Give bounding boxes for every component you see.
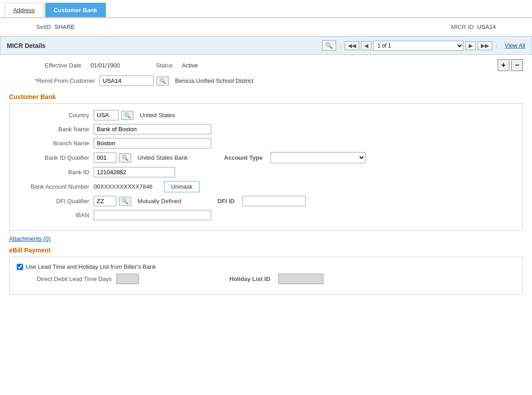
first-page-button[interactable]: ◀◀: [345, 41, 359, 50]
bank-account-number-row: Bank Account Number 00XXXXXXXXXX7846 Unm…: [17, 181, 515, 192]
country-search-button[interactable]: 🔍: [121, 111, 133, 120]
micr-details-header: MICR Details 🔍 | ◀◀ ◀ 1 of 1 ▶ ▶▶ | View…: [0, 36, 532, 55]
dfi-qualifier-input[interactable]: [94, 196, 116, 206]
page-select[interactable]: 1 of 1: [373, 41, 464, 51]
branch-name-input[interactable]: [94, 138, 211, 148]
account-type-select[interactable]: [271, 152, 366, 163]
tab-customer-bank[interactable]: Customer Bank: [45, 3, 106, 17]
dfi-qualifier-search-button[interactable]: 🔍: [119, 197, 131, 206]
remit-from-input[interactable]: [100, 76, 154, 86]
dfi-qualifier-desc: Mutually Defined: [138, 198, 181, 205]
iban-label: IBAN: [17, 212, 94, 219]
account-type-label: Account Type: [224, 154, 267, 161]
holiday-list-label: Holiday List ID: [229, 276, 275, 282]
iban-input[interactable]: [94, 210, 211, 220]
direct-debit-row: Direct Debit Lead Time Days Holiday List…: [17, 274, 515, 284]
holiday-list-input[interactable]: [278, 274, 323, 284]
bank-name-row: Bank Name: [17, 124, 515, 134]
bank-account-number-value: 00XXXXXXXXXX7846: [94, 183, 152, 190]
micrid-label: MICR ID: [451, 24, 474, 30]
bank-id-qualifier-field: 🔍 United States Bank: [94, 152, 188, 163]
dfi-id-label: DFI ID: [218, 198, 239, 205]
bank-name-input[interactable]: [94, 124, 211, 134]
bank-id-field: [94, 167, 175, 177]
dfi-qualifier-row: DFI Qualifier 🔍 Mutually Defined DFI ID: [17, 196, 515, 206]
unmask-button[interactable]: Unmask: [164, 181, 200, 192]
account-type-field: [271, 152, 366, 163]
setid-value: SHARE: [55, 24, 75, 30]
add-row-button[interactable]: +: [498, 59, 509, 71]
tab-address[interactable]: Address: [5, 3, 43, 17]
direct-debit-input[interactable]: [116, 274, 139, 284]
remit-from-search-button[interactable]: 🔍: [157, 76, 169, 86]
use-lead-time-label: Use Lead Time and Holiday List from Bill…: [26, 263, 156, 270]
customer-bank-section: Customer Bank Country 🔍 United States Ba…: [9, 93, 523, 231]
iban-row: IBAN: [17, 210, 515, 220]
next-page-button[interactable]: ▶: [466, 41, 476, 50]
setid-group: SetID SHARE: [36, 24, 75, 30]
status-value: Active: [182, 62, 198, 69]
branch-name-label: Branch Name: [17, 140, 94, 147]
last-page-button[interactable]: ▶▶: [478, 41, 492, 50]
status-row: Status Active: [156, 62, 198, 69]
checkbox-row: Use Lead Time and Holiday List from Bill…: [17, 263, 515, 270]
country-field: 🔍 United States: [94, 110, 175, 120]
remit-from-label: *Remit From Customer: [9, 77, 100, 84]
country-row: Country 🔍 United States: [17, 110, 515, 120]
ebill-payment-title: eBill Payment: [9, 247, 523, 254]
bank-id-label: Bank ID: [17, 169, 94, 176]
remit-from-row: *Remit From Customer 🔍 Benicia Unified S…: [0, 74, 532, 90]
micrid-group: MICR ID USA14: [451, 24, 496, 30]
status-label: Status: [156, 62, 177, 69]
search-button[interactable]: 🔍: [322, 40, 336, 51]
left-top-fields: Effective Date 01/01/1900 Status Active: [9, 62, 198, 69]
effective-date-value: 01/01/1900: [90, 62, 120, 69]
setid-label: SetID: [36, 24, 51, 30]
effective-date-label: Effective Date: [9, 62, 86, 69]
add-remove-buttons: + −: [498, 59, 523, 71]
nav-controls: 🔍 | ◀◀ ◀ 1 of 1 ▶ ▶▶ | View All: [322, 40, 525, 51]
dfi-id-input[interactable]: [242, 196, 306, 206]
ebill-payment-section: eBill Payment Use Lead Time and Holiday …: [9, 247, 523, 295]
ebill-payment-box: Use Lead Time and Holiday List from Bill…: [9, 257, 523, 295]
micr-details-title: MICR Details: [7, 42, 46, 49]
prev-page-button[interactable]: ◀: [361, 41, 371, 50]
bank-id-row: Bank ID: [17, 167, 515, 177]
info-bar: SetID SHARE MICR ID USA14: [0, 18, 532, 36]
customer-bank-box: Country 🔍 United States Bank Name Branch…: [9, 103, 523, 231]
dfi-qualifier-field: 🔍 Mutually Defined: [94, 196, 181, 206]
bank-account-number-field: 00XXXXXXXXXX7846 Unmask: [94, 181, 200, 192]
bank-id-qualifier-row: Bank ID Qualifier 🔍 United States Bank A…: [17, 152, 515, 163]
top-fields-row: Effective Date 01/01/1900 Status Active …: [0, 55, 532, 74]
bank-id-qualifier-label: Bank ID Qualifier: [17, 154, 94, 161]
use-lead-time-checkbox[interactable]: [17, 264, 23, 270]
bank-id-qualifier-input[interactable]: [94, 152, 116, 163]
country-label: Country: [17, 112, 94, 119]
remit-from-field: 🔍 Benicia Unified School District: [100, 76, 253, 86]
iban-field: [94, 210, 211, 220]
remit-from-desc: Benicia Unified School District: [175, 77, 253, 84]
bank-id-input[interactable]: [94, 167, 175, 177]
remove-row-button[interactable]: −: [511, 59, 523, 71]
dfi-id-field: [242, 196, 306, 206]
country-input[interactable]: [94, 110, 119, 120]
bank-id-qualifier-desc: United States Bank: [138, 154, 188, 161]
attachments-link[interactable]: Attachments (0): [9, 235, 523, 242]
country-desc: United States: [140, 112, 175, 119]
micrid-value: USA14: [477, 24, 496, 30]
bank-name-field: [94, 124, 211, 134]
effective-date-row: Effective Date 01/01/1900: [9, 62, 120, 69]
bank-id-qualifier-search-button[interactable]: 🔍: [119, 153, 131, 162]
customer-bank-title: Customer Bank: [9, 93, 523, 100]
direct-debit-label: Direct Debit Lead Time Days: [17, 276, 116, 282]
dfi-qualifier-label: DFI Qualifier: [17, 198, 94, 205]
bank-account-number-label: Bank Account Number: [17, 183, 94, 190]
tabs-bar: Address Customer Bank: [0, 0, 532, 18]
view-all-link[interactable]: View All: [505, 42, 525, 49]
branch-name-row: Branch Name: [17, 138, 515, 148]
branch-name-field: [94, 138, 211, 148]
bank-name-label: Bank Name: [17, 126, 94, 133]
